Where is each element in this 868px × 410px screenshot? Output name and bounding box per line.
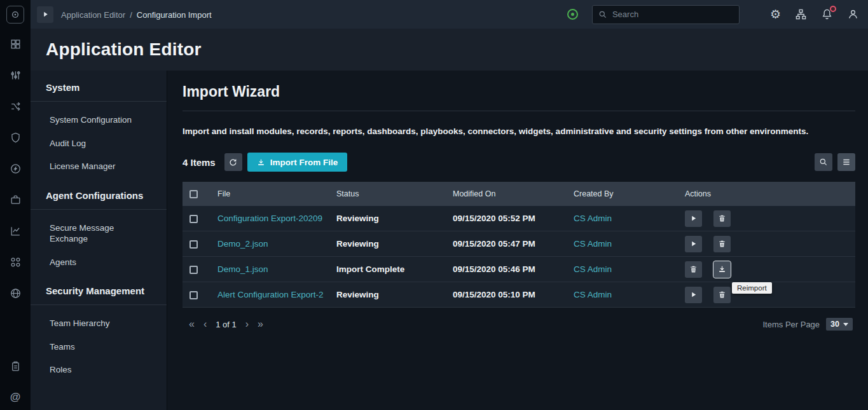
run-import-button[interactable] — [685, 287, 702, 303]
sidebar-item-license-manager[interactable]: License Manager — [31, 161, 167, 172]
table-search-button[interactable] — [815, 153, 832, 171]
reports-icon[interactable] — [8, 223, 23, 238]
delete-button[interactable] — [713, 210, 731, 227]
trash-icon — [718, 214, 726, 222]
created-by-link[interactable]: CS Admin — [567, 239, 679, 249]
column-header-created-by: Created By — [567, 189, 679, 198]
dashboard-icon[interactable] — [8, 36, 23, 51]
notifications-bell-icon[interactable] — [821, 8, 833, 20]
mentions-icon[interactable]: @ — [8, 390, 23, 405]
page-info: 1 of 1 — [216, 320, 237, 329]
status-value: Reviewing — [330, 239, 446, 249]
row-checkbox[interactable] — [189, 291, 198, 299]
items-per-page-label: Items Per Page — [762, 320, 820, 329]
row-checkbox[interactable] — [189, 215, 198, 223]
row-checkbox[interactable] — [189, 240, 198, 249]
delete-button[interactable] — [685, 261, 702, 278]
section-title: Import Wizard — [183, 83, 855, 100]
column-header-file: File — [211, 189, 330, 198]
table-header-row: File Status Modified On Created By Actio… — [183, 182, 855, 206]
next-page-button[interactable]: › — [245, 319, 249, 329]
connectors-icon[interactable] — [8, 99, 23, 114]
import-table: File Status Modified On Created By Actio… — [183, 182, 855, 308]
last-page-button[interactable]: » — [258, 319, 263, 329]
trash-icon — [718, 240, 726, 248]
delete-button[interactable] — [713, 236, 731, 252]
divider — [31, 101, 167, 102]
sidebar-item-roles[interactable]: Roles — [31, 364, 167, 376]
actions-cell — [679, 210, 855, 227]
file-link[interactable]: Alert Configuration Export-2 — [217, 290, 324, 299]
sitemap-icon[interactable] — [795, 8, 807, 20]
reimport-icon — [718, 265, 726, 273]
left-icon-rail: @ — [0, 0, 31, 410]
prev-page-button[interactable]: ‹ — [203, 319, 207, 329]
user-profile-icon[interactable] — [847, 8, 859, 20]
sidebar-item-audit-log[interactable]: Audit Log — [31, 138, 167, 149]
search-icon — [598, 10, 607, 19]
items-per-page: Items Per Page 30 — [762, 318, 853, 331]
run-breadcrumb-button[interactable] — [37, 6, 53, 23]
refresh-button[interactable] — [224, 153, 242, 171]
row-checkbox[interactable] — [189, 266, 198, 274]
automation-icon[interactable] — [8, 161, 23, 176]
column-header-modified-on: Modified On — [446, 189, 567, 198]
widgets-icon[interactable] — [8, 67, 23, 83]
tasks-icon[interactable] — [8, 359, 23, 374]
actions-cell — [679, 236, 855, 252]
run-import-button[interactable] — [685, 236, 702, 252]
modified-on-value: 09/15/2020 05:47 PM — [446, 239, 567, 249]
sidebar-section-agent-configurations: Agent Configurations — [31, 190, 167, 209]
items-per-page-select[interactable]: 30 — [826, 318, 853, 331]
app-logo[interactable] — [6, 6, 24, 24]
reimport-button[interactable] — [713, 261, 731, 278]
trash-icon — [718, 290, 726, 299]
first-page-button[interactable]: « — [189, 319, 195, 329]
import-button-label: Import From File — [270, 158, 338, 167]
status-value: Import Complete — [330, 264, 446, 274]
import-from-file-button[interactable]: Import From File — [247, 153, 348, 172]
sidebar-item-secure-message-exchange[interactable]: Secure Message Exchange — [31, 222, 167, 245]
sidebar-item-teams[interactable]: Teams — [31, 341, 167, 353]
status-value: Reviewing — [330, 290, 446, 299]
refresh-icon — [228, 158, 238, 167]
sidebar-section-system: System — [31, 82, 167, 101]
breadcrumb: Application Editor/Configuration Import — [61, 9, 212, 20]
incidents-icon[interactable] — [8, 130, 23, 145]
run-import-button[interactable] — [685, 210, 702, 227]
select-all-checkbox[interactable] — [189, 190, 198, 198]
sidebar-item-agents[interactable]: Agents — [31, 257, 167, 268]
settings-sidebar: System System Configuration Audit Log Li… — [31, 71, 167, 410]
sidebar-item-system-configuration[interactable]: System Configuration — [31, 114, 167, 126]
global-search — [592, 5, 740, 24]
chevron-down-icon — [843, 323, 848, 326]
delete-button[interactable] — [713, 287, 731, 303]
file-link[interactable]: Demo_2.json — [217, 239, 268, 249]
modified-on-value: 09/15/2020 05:46 PM — [446, 264, 567, 274]
modules-icon[interactable] — [8, 254, 23, 270]
modified-on-value: 09/15/2020 05:52 PM — [446, 214, 567, 223]
sidebar-item-team-hierarchy[interactable]: Team Hierarchy — [31, 318, 167, 329]
column-settings-button[interactable] — [837, 153, 855, 171]
items-per-page-value: 30 — [830, 320, 839, 329]
column-header-actions: Actions — [679, 189, 855, 198]
settings-gear-icon[interactable]: ⚙ — [770, 8, 781, 20]
resources-icon[interactable] — [8, 192, 23, 207]
play-icon — [690, 240, 697, 247]
created-by-link[interactable]: CS Admin — [567, 214, 679, 223]
created-by-link[interactable]: CS Admin — [567, 290, 679, 299]
global-icon[interactable] — [8, 285, 23, 301]
divider — [31, 304, 167, 305]
divider — [183, 111, 855, 111]
page-title-band: Application Editor — [31, 29, 868, 71]
pagination-bar: « ‹ 1 of 1 › » Items Per Page 30 — [183, 318, 855, 331]
file-link[interactable]: Configuration Export-20209 — [217, 214, 322, 223]
created-by-link[interactable]: CS Admin — [567, 264, 679, 274]
topbar-right-cluster: ⚙ — [567, 5, 859, 24]
breadcrumb-current-page: Configuration Import — [137, 10, 212, 20]
system-health-icon[interactable] — [567, 9, 578, 20]
file-link[interactable]: Demo_1.json — [217, 264, 268, 274]
search-input[interactable] — [612, 10, 733, 19]
breadcrumb-section[interactable]: Application Editor — [61, 10, 125, 20]
status-value: Reviewing — [330, 214, 446, 223]
